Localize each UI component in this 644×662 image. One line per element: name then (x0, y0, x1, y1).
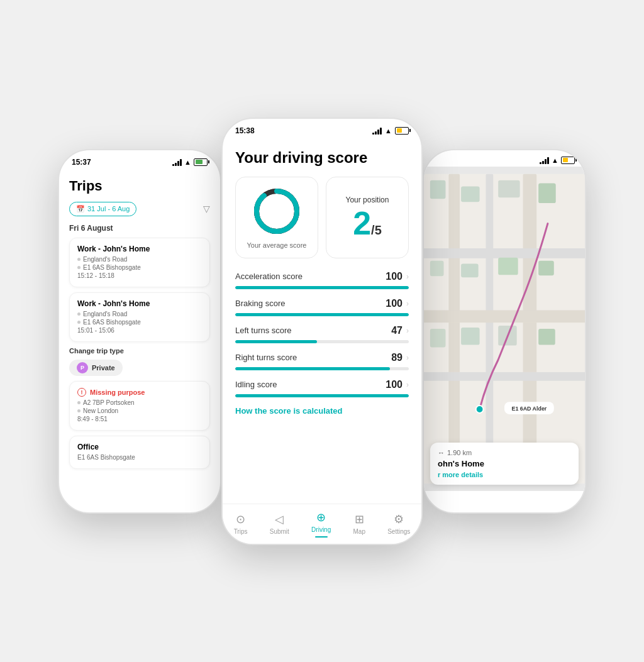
acceleration-header: Acceleration score 100 › (235, 271, 409, 282)
braking-row[interactable]: Braking score 100 › (235, 298, 409, 316)
svg-rect-12 (498, 180, 519, 197)
trip-card-2[interactable]: Work - John's Home England's Road E1 6AS… (69, 292, 210, 342)
svg-rect-4 (448, 174, 460, 483)
center-nav-driving[interactable]: ⊕ Driving (311, 510, 331, 538)
left-turns-header: Left turns score 47 › (235, 325, 409, 336)
settings-icon: ⚙ (394, 512, 404, 526)
trip-from-1: England's Road (77, 256, 202, 263)
office-card[interactable]: Office E1 6AS Bishopsgate (69, 436, 210, 469)
svg-rect-18 (430, 329, 446, 348)
signal-icon (172, 158, 182, 166)
battery-fill-r (563, 158, 569, 162)
wifi-icon: ▲ (184, 158, 191, 166)
signal-icon-c (372, 127, 382, 135)
trip-time-1: 15:12 - 15:18 (77, 272, 202, 279)
acceleration-row[interactable]: Acceleration score 100 › (235, 271, 409, 289)
signal-icon-r (540, 157, 549, 164)
trip-dot (77, 266, 80, 269)
date-badge[interactable]: 📅 31 Jul - 6 Aug (69, 202, 136, 216)
left-turns-row[interactable]: Left turns score 47 › (235, 325, 409, 343)
right-turns-bar (235, 367, 409, 370)
center-status-icons: ▲ (372, 127, 409, 135)
private-badge[interactable]: P Private (69, 360, 123, 376)
svg-rect-16 (498, 257, 518, 275)
svg-rect-9 (424, 372, 585, 380)
chevron-icon: › (406, 380, 409, 389)
trips-title: Trips (69, 178, 210, 194)
average-score-card: 88 Your average score (235, 177, 318, 258)
svg-rect-15 (461, 263, 479, 277)
driving-icon: ⊕ (316, 510, 326, 524)
map-container[interactable]: E1 6AD Alder ↔ 1.90 km ohn's Home r more… (424, 167, 585, 491)
missing-purpose-card[interactable]: ! Missing purpose A2 7BP Portsoken New L… (69, 381, 210, 431)
change-trip-label: Change trip type (69, 347, 210, 355)
svg-rect-19 (461, 328, 480, 345)
missing-label: Missing purpose (90, 389, 145, 396)
center-nav-settings[interactable]: ⚙ Settings (387, 512, 410, 535)
svg-rect-11 (461, 186, 480, 202)
left-turns-fill (235, 340, 317, 343)
right-status-bar: ▲ (424, 150, 585, 167)
trip-name-2: Work - John's Home (77, 299, 202, 308)
trip-type-row: P Private (69, 360, 210, 376)
position-card: Your position 2 /5 (326, 177, 409, 258)
center-nav-trips[interactable]: ⊙ Trips (234, 512, 248, 535)
trip-from-2: England's Road (77, 311, 202, 317)
chevron-icon: › (406, 299, 409, 308)
office-address: E1 6AS Bishopsgate (77, 454, 202, 461)
private-label: Private (92, 364, 115, 372)
missing-from: A2 7BP Portsoken (77, 399, 202, 406)
filter-icon[interactable]: ▽ (203, 204, 210, 214)
center-bottom-nav: ⊙ Trips ◁ Submit ⊕ Driving ⊞ Map ⚙ Setti… (223, 504, 421, 544)
right-turns-row[interactable]: Right turns score 89 › (235, 352, 409, 370)
distance-value: 1.90 km (447, 449, 472, 456)
chevron-icon: › (406, 326, 409, 335)
trip-to-2: E1 6AS Bishopsgate (77, 319, 202, 326)
driving-label: Driving (311, 526, 331, 533)
nav-active-driving (315, 536, 328, 538)
svg-rect-13 (538, 183, 556, 203)
trip-card-1[interactable]: Work - John's Home England's Road E1 6AS… (69, 238, 210, 287)
braking-right: 100 › (386, 298, 409, 309)
right-turns-label: Right turns score (235, 353, 297, 362)
trip-dot (77, 409, 80, 412)
map-label: Map (353, 528, 365, 535)
right-turns-fill (235, 367, 390, 370)
center-nav-submit[interactable]: ◁ Submit (270, 512, 289, 535)
center-nav-map[interactable]: ⊞ Map (353, 512, 365, 535)
right-content: E1 6AD Alder ↔ 1.90 km ohn's Home r more… (424, 167, 585, 514)
center-content: Your driving score 88 Your average (223, 139, 421, 501)
battery-icon (194, 158, 208, 166)
svg-rect-21 (538, 329, 555, 345)
battery-icon-c (395, 127, 409, 135)
trip-dot (77, 258, 80, 261)
left-turns-right: 47 › (391, 325, 409, 336)
idling-row[interactable]: Idling score 100 › (235, 379, 409, 397)
missing-header: ! Missing purpose (77, 388, 202, 397)
right-turns-header: Right turns score 89 › (235, 352, 409, 363)
left-phone: 15:37 ▲ Trips 📅 31 Jul - 6 Aug ▽ F (58, 149, 221, 514)
left-status-bar: 15:37 ▲ (59, 150, 220, 170)
svg-point-22 (476, 405, 484, 413)
missing-to: New London (77, 407, 202, 414)
battery-fill (196, 160, 203, 164)
office-name: Office (77, 443, 202, 451)
map-distance: ↔ 1.90 km (438, 449, 571, 456)
svg-rect-8 (424, 310, 585, 323)
trip-name-1: Work - John's Home (77, 245, 202, 253)
position-row: 2 /5 (353, 207, 382, 240)
date-range: 31 Jul - 6 Aug (87, 205, 130, 212)
map-info-card: ↔ 1.90 km ohn's Home r more details (430, 443, 579, 485)
idling-right: 100 › (386, 379, 409, 390)
idling-label: Idling score (235, 380, 277, 389)
map-more-details[interactable]: r more details (438, 471, 571, 478)
how-calculated-link[interactable]: How the score is calculated (235, 406, 409, 416)
submit-label: Submit (270, 528, 289, 535)
idling-value: 100 (386, 379, 402, 390)
svg-rect-14 (430, 260, 444, 276)
center-phone: 15:38 ▲ Your driving score (221, 118, 423, 545)
map-icon: ⊞ (355, 512, 364, 526)
wifi-icon-r: ▲ (552, 157, 558, 164)
wifi-icon-c: ▲ (385, 127, 392, 135)
svg-rect-6 (523, 174, 537, 483)
